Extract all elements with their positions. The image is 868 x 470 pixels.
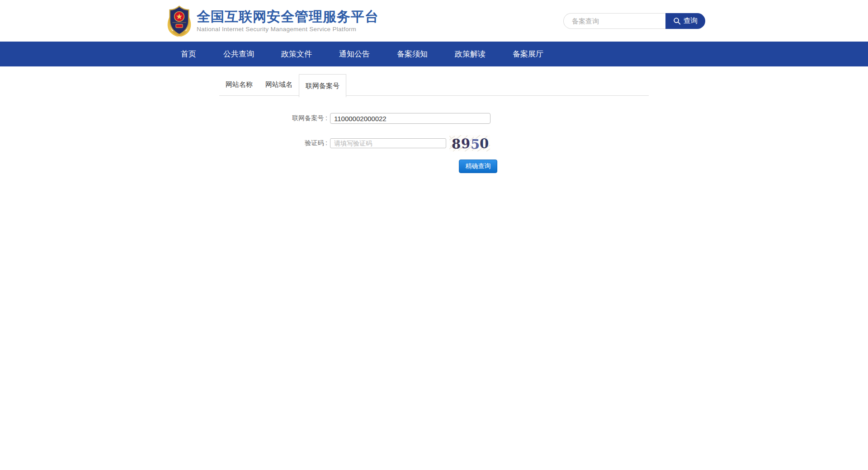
svg-text:9: 9 (461, 136, 471, 151)
captcha-input[interactable] (330, 138, 446, 148)
tab-website-domain[interactable]: 网站域名 (259, 74, 299, 95)
nav-item-policy-interpretation[interactable]: 政策解读 (441, 42, 499, 66)
nav-item-public-query[interactable]: 公共查询 (210, 42, 268, 66)
svg-text:5: 5 (470, 136, 480, 151)
nav-item-filing-guide[interactable]: 备案须知 (383, 42, 441, 66)
tab-website-name[interactable]: 网站名称 (219, 74, 259, 95)
svg-text:8: 8 (452, 136, 461, 151)
record-number-row: 联网备案号 : (219, 113, 649, 124)
query-tabs: 网站名称 网站域名 联网备案号 (219, 74, 649, 96)
captcha-image[interactable]: 8 9 5 0 (449, 135, 490, 151)
main-nav: 首页 公共查询 政策文件 通知公告 备案须知 政策解读 备案展厅 (0, 42, 868, 66)
record-number-label: 联网备案号 : (219, 114, 330, 122)
tab-record-number[interactable]: 联网备案号 (299, 74, 346, 97)
precise-query-button[interactable]: 精确查询 (459, 160, 497, 173)
site-title: 全国互联网安全管理服务平台 (197, 9, 379, 25)
captcha-row: 验证码 : 8 9 5 0 (219, 135, 649, 151)
search-button[interactable]: 查询 (665, 13, 705, 29)
svg-text:0: 0 (480, 136, 489, 151)
nav-item-filing-hall[interactable]: 备案展厅 (499, 42, 557, 66)
search-button-label: 查询 (684, 16, 698, 26)
header-search: 查询 (563, 13, 705, 29)
nav-item-notices[interactable]: 通知公告 (326, 42, 383, 66)
brand: 全国互联网安全管理服务平台 National Internet Security… (166, 5, 379, 37)
nav-item-policy-documents[interactable]: 政策文件 (268, 42, 326, 66)
site-subtitle: National Internet Security Management Se… (197, 26, 379, 33)
search-icon (673, 17, 681, 25)
site-header: 全国互联网安全管理服务平台 National Internet Security… (0, 0, 868, 42)
query-section: 网站名称 网站域名 联网备案号 联网备案号 : 验证码 : (219, 74, 649, 173)
submit-row: 精确查询 (219, 160, 649, 173)
record-number-input[interactable] (330, 113, 491, 124)
record-search-input[interactable] (563, 13, 665, 29)
nav-item-home[interactable]: 首页 (167, 42, 210, 66)
record-query-form: 联网备案号 : 验证码 : 8 9 5 (219, 113, 649, 173)
captcha-label: 验证码 : (219, 139, 330, 147)
police-emblem-logo (166, 5, 192, 37)
